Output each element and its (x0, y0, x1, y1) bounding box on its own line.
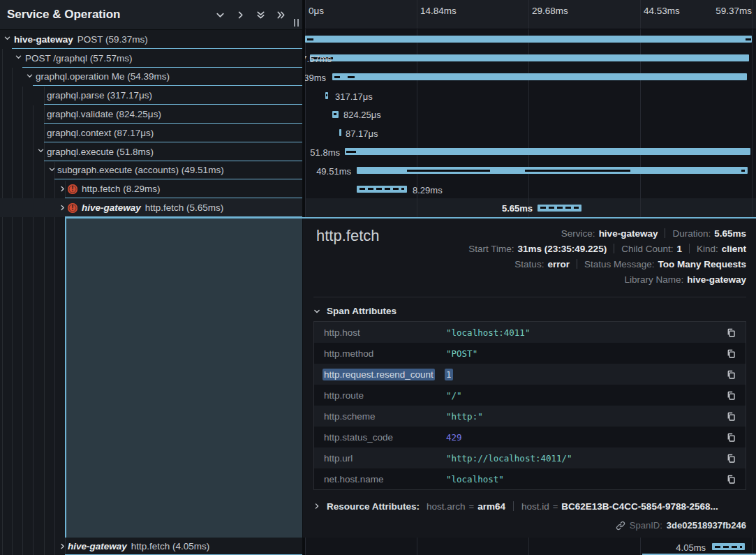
meta-label: Kind: (697, 244, 718, 254)
attribute-value: "http:" (446, 411, 726, 422)
chevron-down-icon[interactable] (15, 58, 22, 61)
chevron-down-icon[interactable] (37, 151, 45, 154)
meta-label: Status Message: (584, 259, 655, 269)
span-bar-http-fetch-2-selected[interactable] (538, 205, 581, 212)
link-icon[interactable] (616, 521, 625, 531)
attribute-row[interactable]: http.host "localhost:4011" (314, 322, 746, 343)
resource-value: arm64 (477, 501, 505, 512)
attribute-row[interactable]: http.route "/" (314, 385, 746, 406)
bar-duration-label: 5.65ms (502, 203, 533, 214)
attribute-value: "POST" (446, 348, 726, 359)
span-bar-graphql-execute[interactable] (345, 148, 750, 155)
meta-value: 31ms (23:35:49.225) (518, 244, 607, 254)
span-bar-post-graphql[interactable] (310, 54, 749, 61)
attribute-key: http.method (324, 348, 446, 359)
meta-value: hive-gateway (687, 274, 746, 285)
span-attributes-table: http.host "localhost:4011" http.method "… (313, 321, 746, 490)
attribute-row[interactable]: http.method "POST" (314, 343, 746, 364)
meta-label: Duration: (672, 228, 711, 239)
copy-icon[interactable] (726, 432, 736, 443)
chevron-right-icon[interactable] (59, 189, 66, 193)
resource-attributes-row[interactable]: Resource Attributes: host.arch = arm64 h… (313, 498, 746, 514)
meta-value: error (547, 259, 570, 269)
bar-duration-label: 54.39ms (305, 73, 326, 83)
span-id-value: 3de02518937fb246 (667, 520, 746, 531)
attribute-value: "http://localhost:4011/" (446, 453, 726, 464)
copy-icon[interactable] (726, 474, 736, 484)
tree-row-subgraph-execute[interactable]: subgraph.execute (accounts) (49.51ms) (0, 161, 303, 180)
span-bar-http-fetch-1[interactable] (357, 186, 407, 193)
chevrons-right-icon[interactable] (276, 10, 286, 20)
attribute-row-selected[interactable]: http.request.resend_count 1 (314, 364, 746, 385)
span-bar-http-fetch-3[interactable] (712, 543, 745, 550)
attribute-key: http.route (324, 390, 446, 401)
copy-icon[interactable] (726, 369, 736, 380)
tree-row-post-graphql[interactable]: POST /graphql (57.57ms) (0, 49, 303, 68)
tree-row-http-fetch-3[interactable]: hive-gatewayhttp.fetch (4.05ms) (0, 538, 303, 555)
tree-row-graphql-execute[interactable]: graphql.execute (51.8ms) (0, 142, 303, 161)
expanded-region-border (65, 217, 756, 219)
meta-label: Service: (561, 228, 595, 239)
span-label: POST /graphql (57.57ms) (25, 53, 133, 64)
attribute-value: "/" (446, 390, 726, 401)
service-name: hive-gateway (14, 34, 73, 45)
chevron-right-icon[interactable] (59, 208, 66, 212)
meta-value: 5.65ms (714, 228, 746, 239)
copy-icon[interactable] (726, 390, 736, 401)
ruler-tick: 14.84ms (420, 6, 457, 16)
chevron-down-icon[interactable] (3, 39, 11, 42)
attribute-row[interactable]: http.status_code 429 (314, 427, 746, 447)
chevron-right-icon[interactable] (59, 547, 66, 550)
span-label: http.fetch (4.05ms) (131, 541, 210, 552)
copy-icon[interactable] (726, 348, 736, 359)
chevron-down-icon[interactable] (48, 170, 56, 173)
attribute-row[interactable]: net.host.name "localhost" (314, 468, 746, 489)
copy-icon[interactable] (726, 411, 736, 422)
service-name: hive-gateway (68, 541, 127, 552)
span-bar-graphql-operation[interactable] (332, 73, 747, 80)
attribute-key: http.status_code (324, 432, 446, 443)
tree-row-graphql-validate[interactable]: graphql.validate (824.25μs) (0, 105, 303, 124)
attribute-key: net.host.name (324, 474, 446, 484)
ruler-tick: 59.37ms (716, 6, 752, 16)
chevrons-down-icon[interactable] (255, 10, 266, 20)
tree-row-graphql-operation[interactable]: graphql.operation Me (54.39ms) (0, 68, 303, 87)
meta-value: Too Many Requests (658, 259, 746, 269)
chevron-down-icon[interactable] (26, 77, 34, 80)
chevron-down-icon[interactable] (215, 10, 225, 20)
span-label: http.fetch (8.29ms) (82, 184, 161, 194)
span-bar-graphql-parse[interactable] (325, 92, 328, 99)
panel-resize-handle[interactable] (294, 19, 299, 27)
bar-duration-label: 317.17μs (335, 91, 373, 102)
attribute-key: http.scheme (324, 411, 446, 422)
detail-divider (313, 297, 746, 297)
span-tree-panel: hive-gatewayPOST (59.37ms) POST /graphql… (0, 0, 303, 555)
copy-icon[interactable] (726, 327, 736, 338)
attribute-row[interactable]: http.url "http://localhost:4011/" (314, 447, 746, 468)
span-label: graphql.parse (317.17μs) (47, 90, 152, 101)
span-label: graphql.context (87.17μs) (47, 128, 154, 138)
tree-row-hive-gateway-post[interactable]: hive-gatewayPOST (59.37ms) (0, 30, 303, 49)
attribute-value: "localhost" (446, 474, 726, 484)
tree-row-http-fetch-1[interactable]: !http.fetch (8.29ms) (0, 179, 303, 198)
span-label: graphql.operation Me (54.39ms) (36, 71, 170, 82)
tree-header: Service & Operation (0, 0, 303, 30)
span-bar-subgraph-execute[interactable] (357, 167, 748, 174)
tree-row-graphql-parse[interactable]: graphql.parse (317.17μs) (0, 86, 303, 105)
attribute-row[interactable]: http.scheme "http:" (314, 406, 746, 427)
meta-label: Status: (514, 259, 544, 269)
ruler-tick: 29.68ms (532, 6, 568, 16)
span-bar-graphql-validate[interactable] (332, 111, 339, 118)
span-bar-graphql-context[interactable] (339, 129, 341, 136)
tree-row-graphql-context[interactable]: graphql.context (87.17μs) (0, 124, 303, 142)
span-meta: Service:hive-gateway Duration:5.65ms Sta… (468, 225, 746, 287)
chevron-right-icon[interactable] (235, 10, 246, 20)
timeline-ruler: 0μs 14.84ms 29.68ms 44.53ms 59.37ms (305, 0, 756, 29)
attribute-value: "localhost:4011" (446, 327, 726, 338)
copy-icon[interactable] (726, 453, 736, 464)
span-bar-hive-gateway-post[interactable] (305, 36, 752, 43)
ruler-tick: 44.53ms (644, 6, 680, 16)
resource-key: host.arch (427, 501, 466, 512)
tree-row-http-fetch-2-selected[interactable]: !hive-gatewayhttp.fetch (5.65ms) (0, 198, 303, 217)
span-attributes-header[interactable]: Span Attributes (313, 306, 396, 316)
